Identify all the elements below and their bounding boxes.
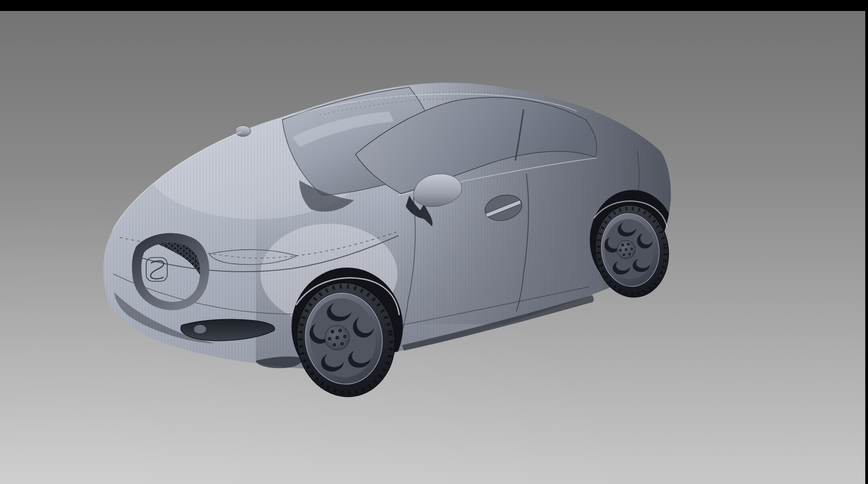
top-letterbox-bar [0, 0, 868, 11]
fog-light [194, 325, 206, 334]
viewport-3d[interactable] [0, 0, 868, 484]
far-mirror [235, 126, 251, 137]
right-letterbox-bar [865, 0, 868, 484]
